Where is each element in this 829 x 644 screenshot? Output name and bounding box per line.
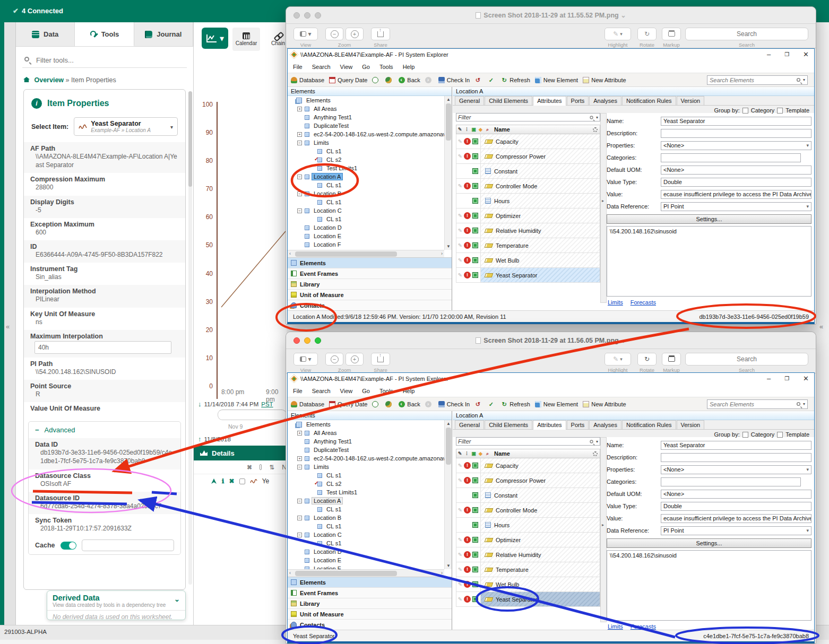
details-row[interactable]: ℹ ✖ Ye (194, 474, 287, 488)
field-input[interactable]: <None> (661, 465, 811, 474)
tree-node[interactable]: CL s1 (288, 471, 444, 480)
tree-node[interactable]: Anything Test1 (288, 113, 444, 121)
menu-item[interactable]: Search (312, 64, 331, 70)
template-checkbox[interactable] (777, 432, 783, 438)
tree-node[interactable]: − Location C (288, 206, 444, 215)
chevron-down-icon[interactable]: ⌄ (174, 595, 180, 603)
menu-item[interactable]: View (340, 388, 353, 394)
attribute-filter[interactable]: Filter▾ (456, 113, 600, 121)
tree-node[interactable]: Elements (288, 96, 444, 105)
markup-button[interactable] (662, 353, 681, 365)
tree-node[interactable]: + ec2-54-200-148-162.us-west-2.compute.a… (288, 130, 444, 138)
field-input[interactable]: ecause insufficient privilege to access … (661, 514, 811, 523)
expander-icon[interactable]: − (297, 175, 302, 179)
pse-toolbar-item[interactable]: Query Date (329, 77, 367, 83)
filter-tools-input[interactable] (22, 53, 187, 68)
sidebar-tab[interactable]: Journal (134, 22, 193, 46)
remove-icon[interactable]: ✖ (229, 477, 235, 485)
highlight-button[interactable]: ✎ ▾ (605, 353, 631, 365)
pse-toolbar-item[interactable]: Back (399, 401, 420, 407)
clear-cache-button[interactable] (82, 539, 174, 551)
nav-item[interactable]: Elements (288, 258, 452, 268)
panel-splitter[interactable] (600, 113, 607, 303)
range-start-label[interactable]: ↑11/8/2018 (198, 435, 231, 443)
attribute-row[interactable]: ✎ ! Relative Humidity (456, 223, 600, 238)
tree-node[interactable]: − Location C (288, 530, 444, 539)
attribute-row[interactable]: ✎ ! Wet Bulb (456, 577, 600, 592)
category-checkbox[interactable] (742, 108, 748, 114)
attribute-row[interactable]: ✎ ! Hours (456, 518, 600, 533)
expander-icon[interactable]: − (297, 192, 302, 196)
tab[interactable]: Ports (567, 420, 589, 429)
pse-toolbar-item[interactable] (385, 77, 394, 83)
attribute-row[interactable]: ✎ ! Constant (456, 488, 600, 503)
sidebar-tab[interactable]: Tools (75, 22, 134, 46)
tree-node[interactable]: CL s1 (288, 505, 444, 514)
nav-item[interactable]: Contacts (288, 620, 452, 630)
tree-node[interactable]: Location E (288, 556, 444, 564)
tree-node[interactable]: + ec2-54-200-148-162.us-west-2.compute.a… (288, 454, 444, 463)
tab[interactable]: Attributes (533, 96, 566, 106)
item-select-dropdown[interactable]: Yeast Separator Example-AF » Location A … (74, 117, 178, 136)
tree-node[interactable]: Location F (288, 240, 444, 249)
menu-item[interactable]: File (293, 64, 303, 70)
tree-node[interactable]: − Location A (288, 497, 444, 505)
rotate-button[interactable]: ↻ (637, 353, 657, 365)
tree-node[interactable]: Anything Test1 (288, 437, 444, 446)
attribute-row[interactable]: ✎ ! Hours (456, 194, 600, 208)
info-icon[interactable]: ℹ (222, 477, 224, 485)
maximize-button[interactable]: ❐ (784, 375, 789, 382)
pse-title-bar[interactable]: \\AMAZONA-8LE4M47\Example-AF - PI System… (288, 373, 814, 385)
tree-horizontal-scrollbar[interactable]: ‹› (288, 569, 444, 577)
cache-toggle[interactable] (61, 542, 76, 550)
attribute-row[interactable]: ✎ ! Compressor Power (456, 149, 600, 164)
attribute-row[interactable]: ✎ ! Wet Bulb (456, 253, 600, 268)
field-input[interactable] (661, 153, 801, 162)
tree-node[interactable]: CL s1 (288, 198, 444, 206)
field-input[interactable]: Double (661, 502, 811, 511)
tree-node[interactable]: ✓ CL s2 (288, 155, 444, 164)
home-icon[interactable] (23, 77, 30, 82)
menu-item[interactable]: View (340, 64, 353, 70)
expander-icon[interactable]: + (297, 431, 302, 436)
tree-node[interactable]: CL s1 (288, 539, 444, 547)
close-button[interactable]: ✕ (803, 50, 809, 58)
pse-toolbar-item[interactable] (474, 77, 483, 83)
attribute-table-header[interactable]: ✎⁞▣◆⌕ Name (456, 125, 600, 134)
tree-node[interactable]: CL s1 (288, 215, 444, 223)
menu-item[interactable]: Search (312, 388, 331, 394)
pse-toolbar-item[interactable] (385, 401, 394, 407)
menu-item[interactable]: Go (362, 64, 370, 70)
pse-toolbar-item[interactable]: Database (291, 77, 324, 83)
menu-item[interactable]: Tools (379, 388, 393, 394)
zoom-in-button[interactable]: + (346, 28, 364, 40)
minimize-button[interactable]: – (767, 50, 771, 58)
pse-toolbar-item[interactable]: New Attribute (583, 401, 626, 407)
pse-toolbar-item[interactable]: New Attribute (583, 77, 626, 83)
attribute-row[interactable]: ✎ ! Constant (456, 164, 600, 179)
field-input[interactable]: <None> (661, 141, 811, 150)
share-button[interactable] (371, 353, 390, 365)
menu-item[interactable]: Tools (379, 64, 393, 70)
tab[interactable]: Child Elements (485, 420, 532, 429)
tree-node[interactable]: − Limits (288, 138, 444, 147)
tree-vertical-scrollbar[interactable]: ▲▼ (444, 96, 452, 250)
mac-title-bar[interactable]: Screen Shot 2018-11-29 at 11.56.05 PM.pn… (286, 332, 816, 349)
expander-icon[interactable]: + (297, 456, 302, 461)
link[interactable]: Limits (608, 299, 623, 306)
search-elements-field[interactable]: ▾ (707, 399, 808, 409)
attribute-row[interactable]: ✎ ! Relative Humidity (456, 547, 600, 562)
field-input[interactable] (661, 477, 801, 486)
rotate-button[interactable]: ↻ (637, 28, 657, 40)
tree-node[interactable]: CL s1 (288, 181, 444, 189)
link[interactable]: Forecasts (631, 299, 656, 306)
pse-toolbar-item[interactable]: Check In (438, 401, 470, 407)
tree-horizontal-scrollbar[interactable]: ‹› (288, 250, 444, 257)
expander-icon[interactable]: + (297, 107, 302, 111)
tree-node[interactable]: − Limits (288, 463, 444, 471)
menu-item[interactable]: File (293, 388, 303, 394)
expander-icon[interactable]: − (297, 533, 302, 537)
tab[interactable]: Child Elements (485, 96, 532, 105)
expander-icon[interactable]: − (297, 516, 302, 520)
attribute-table-header[interactable]: ✎⁞▣◆⌕ Name (456, 449, 600, 458)
